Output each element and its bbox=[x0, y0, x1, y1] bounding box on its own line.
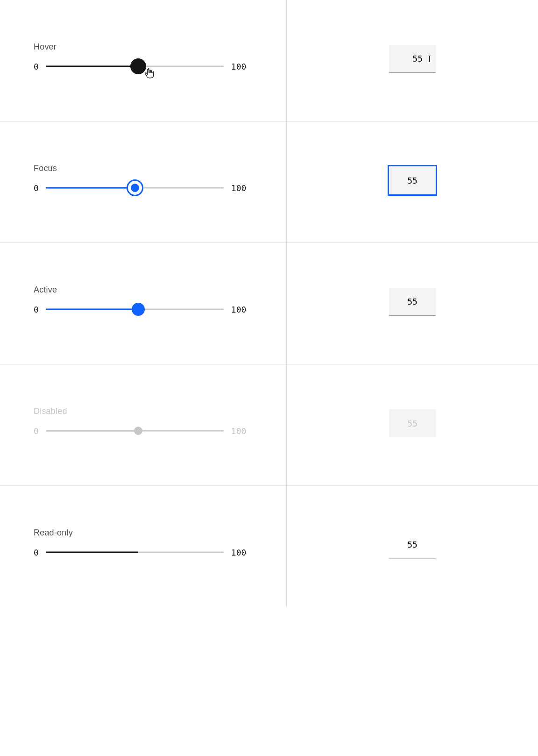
input-cell-readonly: 55 bbox=[287, 486, 538, 607]
slider-hover[interactable]: 0 100 bbox=[34, 59, 253, 73]
slider-focus[interactable]: 0 100 bbox=[34, 181, 253, 195]
slider-handle-disabled bbox=[134, 427, 142, 435]
slider-disabled: 0 100 bbox=[34, 424, 253, 438]
slider-active[interactable]: 0 100 bbox=[34, 302, 253, 316]
number-input-hover[interactable]: 55 I bbox=[389, 45, 436, 73]
slider-cell-active: Active 0 100 bbox=[0, 243, 287, 364]
input-value-hover: 55 bbox=[412, 54, 423, 64]
slider-track-hover[interactable] bbox=[46, 59, 224, 73]
slider-handle-focus[interactable] bbox=[127, 179, 143, 196]
number-input-active[interactable]: 55 bbox=[389, 288, 436, 316]
max-label: 100 bbox=[231, 183, 247, 193]
state-label-active: Active bbox=[34, 285, 253, 295]
max-label: 100 bbox=[231, 62, 247, 71]
state-label-hover: Hover bbox=[34, 42, 253, 52]
input-value-focus: 55 bbox=[407, 176, 418, 185]
row-disabled: Disabled 0 100 55 bbox=[0, 364, 538, 486]
max-label: 100 bbox=[231, 305, 247, 314]
row-hover: Hover 0 100 55 I bbox=[0, 0, 538, 121]
slider-cell-disabled: Disabled 0 100 bbox=[0, 364, 287, 485]
max-label: 100 bbox=[231, 548, 247, 557]
row-readonly: Read-only 0 100 55 bbox=[0, 486, 538, 607]
input-value-active: 55 bbox=[407, 297, 418, 307]
row-active: Active 0 100 55 bbox=[0, 243, 538, 364]
state-label-disabled: Disabled bbox=[34, 407, 253, 416]
slider-handle-hover[interactable] bbox=[130, 58, 146, 74]
slider-cell-readonly: Read-only 0 100 bbox=[0, 486, 287, 607]
text-cursor-icon: I bbox=[428, 53, 431, 64]
slider-track-focus[interactable] bbox=[46, 181, 224, 195]
max-label: 100 bbox=[231, 426, 247, 436]
slider-readonly: 0 100 bbox=[34, 545, 253, 559]
min-label: 0 bbox=[34, 305, 39, 314]
input-cell-active: 55 bbox=[287, 243, 538, 364]
min-label: 0 bbox=[34, 183, 39, 193]
input-cell-focus: 55 bbox=[287, 121, 538, 242]
input-cell-disabled: 55 bbox=[287, 364, 538, 485]
slider-track-readonly bbox=[46, 545, 224, 559]
slider-track-disabled bbox=[46, 424, 224, 438]
slider-cell-hover: Hover 0 100 bbox=[0, 0, 287, 121]
input-value-disabled: 55 bbox=[407, 419, 418, 428]
number-input-focus[interactable]: 55 bbox=[389, 166, 436, 194]
state-label-focus: Focus bbox=[34, 164, 253, 173]
slider-handle-active[interactable] bbox=[132, 303, 145, 316]
input-value-readonly: 55 bbox=[407, 540, 418, 549]
row-focus: Focus 0 100 55 bbox=[0, 121, 538, 243]
number-input-readonly: 55 bbox=[389, 531, 436, 559]
min-label: 0 bbox=[34, 548, 39, 557]
min-label: 0 bbox=[34, 426, 39, 436]
slider-track-active[interactable] bbox=[46, 302, 224, 316]
min-label: 0 bbox=[34, 62, 39, 71]
input-cell-hover: 55 I bbox=[287, 0, 538, 121]
state-label-readonly: Read-only bbox=[34, 528, 253, 538]
number-input-disabled: 55 bbox=[389, 409, 436, 437]
slider-cell-focus: Focus 0 100 bbox=[0, 121, 287, 242]
